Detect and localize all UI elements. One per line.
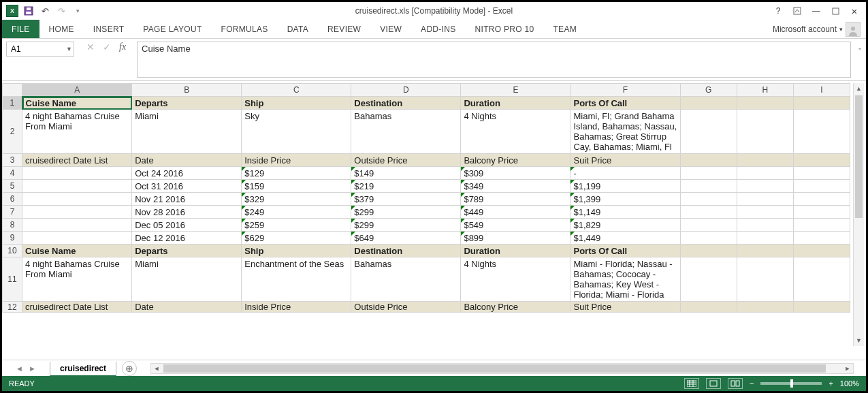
cell-D8[interactable]: $299 bbox=[351, 219, 461, 232]
col-header-G[interactable]: G bbox=[680, 84, 737, 97]
cell-E12[interactable]: Balcony Price bbox=[461, 302, 570, 313]
cell-E4[interactable]: $309 bbox=[461, 167, 570, 180]
help-icon[interactable]: ? bbox=[772, 5, 784, 17]
cell-H1[interactable] bbox=[737, 97, 793, 110]
cell-G3[interactable] bbox=[680, 154, 737, 167]
ribbon-tab-data[interactable]: DATA bbox=[278, 20, 318, 38]
row-header-9[interactable]: 9 bbox=[3, 232, 22, 245]
cell-C6[interactable]: $329 bbox=[242, 193, 351, 206]
cell-F5[interactable]: $1,199 bbox=[570, 180, 680, 193]
ribbon-tab-home[interactable]: HOME bbox=[39, 20, 84, 38]
cell-D4[interactable]: $149 bbox=[351, 167, 461, 180]
cell-A6[interactable] bbox=[22, 193, 132, 206]
ribbon-tab-insert[interactable]: INSERT bbox=[84, 20, 134, 38]
ribbon-display-icon[interactable] bbox=[791, 5, 803, 17]
cell-A12[interactable]: cruisedirect Date List bbox=[22, 302, 132, 313]
cell-D1[interactable]: Destination bbox=[351, 97, 461, 110]
ribbon-tab-file[interactable]: FILE bbox=[2, 20, 39, 38]
cell-G11[interactable] bbox=[680, 257, 737, 302]
row-header-8[interactable]: 8 bbox=[3, 219, 22, 232]
formula-input[interactable]: Cuise Name ⌄ bbox=[137, 42, 851, 78]
cell-A8[interactable] bbox=[22, 219, 132, 232]
cell-B7[interactable]: Nov 28 2016 bbox=[132, 206, 242, 219]
chevron-down-icon[interactable]: ▾ bbox=[839, 26, 843, 33]
cell-A3[interactable]: cruisedirect Date List bbox=[22, 154, 132, 167]
cell-G5[interactable] bbox=[680, 180, 737, 193]
cell-I7[interactable] bbox=[793, 206, 850, 219]
row-header-12[interactable]: 12 bbox=[3, 302, 22, 313]
scroll-right-icon[interactable]: ► bbox=[842, 364, 853, 373]
cell-B9[interactable]: Dec 12 2016 bbox=[132, 232, 242, 245]
page-layout-view-icon[interactable] bbox=[706, 378, 721, 389]
cell-E5[interactable]: $349 bbox=[461, 180, 570, 193]
cell-A9[interactable] bbox=[22, 232, 132, 245]
cell-H3[interactable] bbox=[737, 154, 793, 167]
account-label[interactable]: Microsoft account bbox=[773, 25, 837, 34]
sheet-prev-icon[interactable]: ◄ bbox=[16, 364, 23, 373]
cell-I3[interactable] bbox=[793, 154, 850, 167]
cell-I5[interactable] bbox=[793, 180, 850, 193]
col-header-I[interactable]: I bbox=[793, 84, 850, 97]
cell-C5[interactable]: $159 bbox=[242, 180, 351, 193]
cell-C3[interactable]: Inside Price bbox=[242, 154, 351, 167]
cell-F9[interactable]: $1,449 bbox=[570, 232, 680, 245]
cell-E2[interactable]: 4 Nights bbox=[461, 110, 570, 154]
cell-B12[interactable]: Date bbox=[132, 302, 242, 313]
row-header-6[interactable]: 6 bbox=[3, 193, 22, 206]
cell-F12[interactable]: Suit Price bbox=[570, 302, 680, 313]
select-all-corner[interactable] bbox=[3, 84, 22, 97]
cell-G6[interactable] bbox=[680, 193, 737, 206]
formula-enter-icon[interactable]: ✓ bbox=[103, 42, 111, 52]
ribbon-tab-add-ins[interactable]: ADD-INS bbox=[411, 20, 465, 38]
cell-D10[interactable]: Destination bbox=[351, 245, 461, 257]
sheet-tab[interactable]: cruisedirect bbox=[50, 362, 116, 377]
avatar-icon[interactable] bbox=[846, 22, 861, 37]
cell-H5[interactable] bbox=[737, 180, 793, 193]
cell-D5[interactable]: $219 bbox=[351, 180, 461, 193]
cell-G1[interactable] bbox=[680, 97, 737, 110]
cell-H6[interactable] bbox=[737, 193, 793, 206]
cell-B5[interactable]: Oct 31 2016 bbox=[132, 180, 242, 193]
cell-H2[interactable] bbox=[737, 110, 793, 154]
ribbon-tab-nitro-pro-10[interactable]: NITRO PRO 10 bbox=[466, 20, 544, 38]
cell-C7[interactable]: $249 bbox=[242, 206, 351, 219]
minimize-icon[interactable]: — bbox=[810, 5, 822, 17]
cell-I11[interactable] bbox=[793, 257, 850, 302]
chevron-down-icon[interactable]: ▼ bbox=[66, 46, 72, 52]
cell-H8[interactable] bbox=[737, 219, 793, 232]
cell-I8[interactable] bbox=[793, 219, 850, 232]
cell-B6[interactable]: Nov 21 2016 bbox=[132, 193, 242, 206]
cell-G7[interactable] bbox=[680, 206, 737, 219]
cell-F7[interactable]: $1,149 bbox=[570, 206, 680, 219]
cell-F8[interactable]: $1,829 bbox=[570, 219, 680, 232]
cell-I6[interactable] bbox=[793, 193, 850, 206]
cell-D7[interactable]: $299 bbox=[351, 206, 461, 219]
vertical-scrollbar[interactable]: ▲ ▼ bbox=[853, 83, 864, 346]
col-header-C[interactable]: C bbox=[242, 84, 351, 97]
cell-G8[interactable] bbox=[680, 219, 737, 232]
col-header-F[interactable]: F bbox=[570, 84, 680, 97]
cell-F4[interactable]: - bbox=[570, 167, 680, 180]
col-header-H[interactable]: H bbox=[737, 84, 793, 97]
cell-F6[interactable]: $1,399 bbox=[570, 193, 680, 206]
formula-expand-icon[interactable]: ⌄ bbox=[857, 44, 863, 51]
cell-I4[interactable] bbox=[793, 167, 850, 180]
cell-C1[interactable]: Ship bbox=[242, 97, 351, 110]
cell-E6[interactable]: $789 bbox=[461, 193, 570, 206]
cell-C8[interactable]: $259 bbox=[242, 219, 351, 232]
page-break-view-icon[interactable] bbox=[728, 378, 743, 389]
name-box[interactable]: A1 ▼ bbox=[6, 42, 74, 57]
cell-C10[interactable]: Ship bbox=[242, 245, 351, 257]
cell-B4[interactable]: Oct 24 2016 bbox=[132, 167, 242, 180]
close-icon[interactable]: × bbox=[848, 5, 861, 17]
cell-G4[interactable] bbox=[680, 167, 737, 180]
col-header-A[interactable]: A bbox=[22, 84, 132, 97]
cell-C2[interactable]: Sky bbox=[242, 110, 351, 154]
cell-D9[interactable]: $649 bbox=[351, 232, 461, 245]
cell-A4[interactable] bbox=[22, 167, 132, 180]
cell-G12[interactable] bbox=[680, 302, 737, 313]
ribbon-tab-review[interactable]: REVIEW bbox=[318, 20, 370, 38]
cell-F3[interactable]: Suit Price bbox=[570, 154, 680, 167]
save-icon[interactable] bbox=[22, 5, 35, 17]
spreadsheet-grid[interactable]: ABCDEFGHI1Cuise NameDepartsShipDestinati… bbox=[2, 83, 866, 360]
